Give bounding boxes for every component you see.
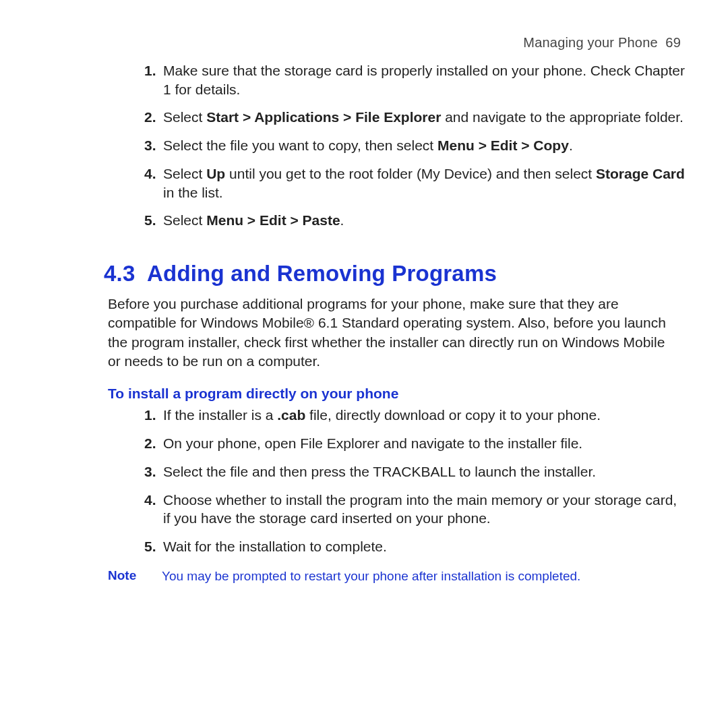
chapter-title: Managing your Phone (523, 35, 658, 50)
list-item: 1.If the installer is a .cab file, direc… (144, 406, 688, 425)
note-text: You may be prompted to restart your phon… (162, 568, 580, 585)
steps-list-install: 1.If the installer is a .cab file, direc… (40, 406, 688, 555)
step-text: Make sure that the storage card is prope… (163, 63, 685, 97)
list-item: 2.Select Start > Applications > File Exp… (144, 108, 688, 127)
step-number: 2. (144, 108, 156, 127)
step-text: On your phone, open File Explorer and na… (163, 435, 582, 451)
step-text: Select the file and then press the TRACK… (163, 464, 596, 479)
section-heading: 4.3 Adding and Removing Programs (40, 261, 688, 286)
list-item: 3.Select the file and then press the TRA… (144, 462, 688, 481)
section-title: Adding and Removing Programs (147, 261, 497, 286)
document-page: Managing your Phone 69 1.Make sure that … (0, 0, 728, 728)
step-text: and navigate to the appropriate folder. (441, 109, 684, 125)
step-number: 4. (144, 164, 156, 183)
sub-heading: To install a program directly on your ph… (40, 386, 688, 402)
step-text: Menu > Edit > Paste (206, 212, 340, 228)
step-text: Select (163, 212, 206, 228)
steps-list-top: 1.Make sure that the storage card is pro… (40, 61, 688, 230)
step-number: 5. (144, 537, 156, 556)
step-number: 5. (144, 211, 156, 230)
list-item: 5.Select Menu > Edit > Paste. (144, 211, 688, 230)
list-item: 4.Select Up until you get to the root fo… (144, 164, 688, 202)
intro-paragraph: Before you purchase additional programs … (40, 295, 688, 371)
step-text: file, directly download or copy it to yo… (305, 407, 601, 423)
step-text: Select the file you want to copy, then s… (163, 138, 437, 153)
list-item: 2.On your phone, open File Explorer and … (144, 434, 688, 453)
section-number: 4.3 (104, 261, 135, 286)
step-text: Menu > Edit > Copy (437, 138, 569, 153)
list-item: 3.Select the file you want to copy, then… (144, 136, 688, 155)
step-number: 1. (144, 406, 156, 425)
note-row: Note You may be prompted to restart your… (40, 568, 688, 585)
step-number: 1. (144, 61, 156, 80)
step-text: Select (163, 166, 206, 181)
step-text: until you get to the root folder (My Dev… (225, 166, 596, 181)
step-number: 4. (144, 491, 156, 510)
page-number: 69 (665, 35, 681, 50)
step-number: 2. (144, 434, 156, 453)
note-label: Note (108, 568, 162, 585)
step-text: in the list. (163, 185, 223, 200)
list-item: 4.Choose whether to install the program … (144, 491, 688, 528)
step-text: . (340, 212, 344, 228)
step-number: 3. (144, 462, 156, 481)
step-number: 3. (144, 136, 156, 155)
step-text: .cab (277, 407, 305, 423)
step-text: Start > Applications > File Explorer (206, 109, 441, 125)
step-text: If the installer is a (163, 407, 277, 423)
step-text: Wait for the installation to complete. (163, 539, 387, 554)
step-text: . (569, 138, 573, 153)
list-item: 5.Wait for the installation to complete. (144, 537, 688, 556)
page-header: Managing your Phone 69 (40, 35, 688, 51)
step-text: Select (163, 109, 206, 125)
step-text: Storage Card (596, 166, 685, 181)
step-text: Up (206, 166, 225, 181)
step-text: Choose whether to install the program in… (163, 492, 677, 526)
list-item: 1.Make sure that the storage card is pro… (144, 61, 688, 98)
